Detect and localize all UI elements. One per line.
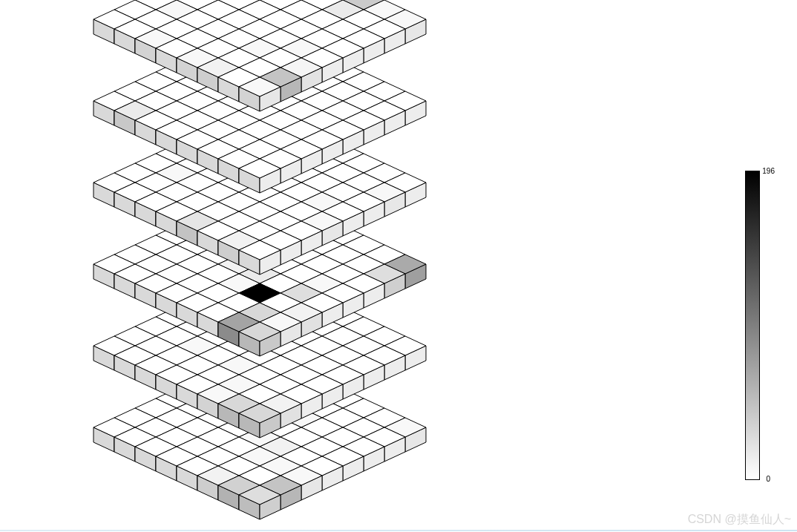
colorbar-min-label: 0 [766, 475, 770, 483]
colorbar-max-label: 196 [762, 167, 775, 175]
voxel-3d-chart [0, 0, 797, 532]
colorbar [745, 171, 760, 480]
bottom-edge [0, 530, 797, 531]
